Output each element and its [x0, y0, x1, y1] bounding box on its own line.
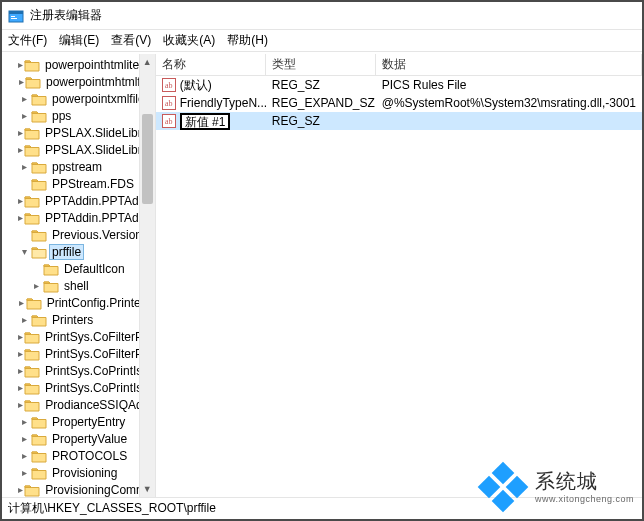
svg-rect-3: [11, 18, 17, 19]
tree-item[interactable]: ▸ powerpointmhtmlfile: [4, 73, 155, 90]
tree-item[interactable]: · DefaultIcon: [4, 260, 155, 277]
svg-text:ab: ab: [165, 117, 173, 126]
tree-item[interactable]: ▸ PropertyValue: [4, 430, 155, 447]
svg-rect-1: [9, 11, 23, 14]
tree-item[interactable]: · Previous.Versions: [4, 226, 155, 243]
scroll-down-button[interactable]: ▼: [140, 481, 155, 497]
expand-toggle[interactable]: ▸: [18, 314, 30, 325]
expand-toggle[interactable]: ▸: [18, 59, 23, 70]
value-name: FriendlyTypeN...: [180, 96, 266, 110]
column-type[interactable]: 类型: [266, 54, 376, 75]
content-area: ▸ powerpointhtmlitem∧▸ powerpointmhtmlfi…: [2, 54, 642, 497]
expand-toggle[interactable]: ▸: [18, 433, 30, 444]
menu-edit[interactable]: 编辑(E): [59, 32, 99, 49]
expand-toggle[interactable]: ▸: [18, 450, 30, 461]
tree-item-label: powerpointxmlfile: [50, 92, 147, 106]
tree-item[interactable]: ▸ PPSLAX.SlideLibrary: [4, 124, 155, 141]
app-icon: [8, 8, 24, 24]
scroll-thumb[interactable]: [142, 114, 153, 204]
value-type: REG_SZ: [266, 112, 376, 130]
column-data[interactable]: 数据: [376, 54, 642, 75]
expand-toggle[interactable]: ▸: [18, 161, 30, 172]
expand-toggle[interactable]: ▸: [18, 467, 30, 478]
expand-toggle[interactable]: ▸: [30, 280, 42, 291]
expand-toggle[interactable]: ▾: [18, 246, 30, 257]
expand-toggle[interactable]: ▸: [18, 127, 23, 138]
expand-toggle[interactable]: ▸: [18, 365, 23, 376]
expand-toggle[interactable]: ·: [30, 263, 42, 274]
tree-item-label: Previous.Versions: [50, 228, 150, 242]
tree-item[interactable]: ▸ PPSLAX.SlideLibrary: [4, 141, 155, 158]
value-type: REG_EXPAND_SZ: [266, 94, 376, 112]
value-row[interactable]: ab 新值 #1REG_SZ: [156, 112, 642, 130]
list-header: 名称 类型 数据: [156, 54, 642, 76]
expand-toggle[interactable]: ▸: [18, 416, 30, 427]
expand-toggle[interactable]: ▸: [18, 348, 23, 359]
tree-item[interactable]: · PPStream.FDS: [4, 175, 155, 192]
tree-item[interactable]: ▸ PPTAddin.PPTAddin: [4, 192, 155, 209]
value-data: PICS Rules File: [376, 76, 642, 94]
tree-item[interactable]: ▸ ppstream: [4, 158, 155, 175]
tree-item-label: DefaultIcon: [62, 262, 127, 276]
value-data: @%SystemRoot%\System32\msrating.dll,-300…: [376, 94, 642, 112]
tree-item[interactable]: ▸ shell: [4, 277, 155, 294]
menu-help[interactable]: 帮助(H): [227, 32, 268, 49]
tree-item[interactable]: ▸ PrintSys.CoPrintIsola: [4, 379, 155, 396]
tree-item-label: Provisioning: [50, 466, 119, 480]
expand-toggle[interactable]: ▸: [18, 331, 23, 342]
expand-toggle[interactable]: ▸: [18, 399, 23, 410]
status-path: 计算机\HKEY_CLASSES_ROOT\prffile: [8, 500, 216, 517]
tree-item[interactable]: ▸ Provisioning: [4, 464, 155, 481]
tree-item-label: PPStream.FDS: [50, 177, 136, 191]
tree-item-label: ppstream: [50, 160, 104, 174]
value-row[interactable]: ab (默认)REG_SZPICS Rules File: [156, 76, 642, 94]
expand-toggle[interactable]: ▸: [18, 484, 23, 495]
tree-item-label: Printers: [50, 313, 95, 327]
value-list[interactable]: ab (默认)REG_SZPICS Rules File ab Friendly…: [156, 76, 642, 130]
tree-item[interactable]: ▸ ProvisioningComma: [4, 481, 155, 497]
svg-text:ab: ab: [165, 99, 173, 108]
tree-item[interactable]: ▸ PropertyEntry: [4, 413, 155, 430]
tree-item[interactable]: ▾ prffile: [4, 243, 155, 260]
titlebar[interactable]: 注册表编辑器: [2, 2, 642, 30]
expand-toggle[interactable]: ·: [18, 229, 30, 240]
tree-item-label: prffile: [50, 245, 83, 259]
tree-item[interactable]: ▸ PROTOCOLS: [4, 447, 155, 464]
value-name: (默认): [180, 77, 212, 94]
tree-item[interactable]: ▸ PrintSys.CoFilterPipe: [4, 328, 155, 345]
tree-item[interactable]: ▸ PrintSys.CoPrintIsola: [4, 362, 155, 379]
scroll-up-button[interactable]: ▲: [140, 54, 155, 70]
tree-item[interactable]: ▸ Printers: [4, 311, 155, 328]
svg-rect-2: [11, 16, 15, 17]
menu-file[interactable]: 文件(F): [8, 32, 47, 49]
expand-toggle[interactable]: ▸: [18, 212, 23, 223]
value-row[interactable]: ab FriendlyTypeN...REG_EXPAND_SZ@%System…: [156, 94, 642, 112]
tree-scrollbar[interactable]: ▲ ▼: [139, 54, 155, 497]
menu-view[interactable]: 查看(V): [111, 32, 151, 49]
tree-item[interactable]: ▸ powerpointhtmlitem∧: [4, 56, 155, 73]
svg-text:ab: ab: [165, 81, 173, 90]
value-type: REG_SZ: [266, 76, 376, 94]
column-name[interactable]: 名称: [156, 54, 266, 75]
expand-toggle[interactable]: ▸: [18, 93, 30, 104]
regedit-window: 注册表编辑器 文件(F) 编辑(E) 查看(V) 收藏夹(A) 帮助(H) ▸ …: [0, 0, 644, 521]
expand-toggle[interactable]: ▸: [18, 144, 23, 155]
menu-favorites[interactable]: 收藏夹(A): [163, 32, 215, 49]
expand-toggle[interactable]: ▸: [18, 76, 24, 87]
tree-item-label: shell: [62, 279, 91, 293]
tree-item[interactable]: ▸ PrintSys.CoFilterPipe: [4, 345, 155, 362]
tree-item[interactable]: ▸ pps: [4, 107, 155, 124]
expand-toggle[interactable]: ▸: [18, 382, 23, 393]
expand-toggle[interactable]: ·: [18, 178, 30, 189]
statusbar: 计算机\HKEY_CLASSES_ROOT\prffile: [2, 497, 642, 519]
tree-item[interactable]: ▸ PrintConfig.PrinterE: [4, 294, 155, 311]
tree-item[interactable]: ▸ powerpointxmlfile: [4, 90, 155, 107]
tree-item[interactable]: ▸ ProdianceSSIQAddI: [4, 396, 155, 413]
tree-item[interactable]: ▸ PPTAddin.PPTAddin: [4, 209, 155, 226]
value-name-edit[interactable]: 新值 #1: [180, 113, 231, 130]
registry-tree[interactable]: ▸ powerpointhtmlitem∧▸ powerpointmhtmlfi…: [2, 54, 155, 497]
expand-toggle[interactable]: ▸: [18, 110, 30, 121]
expand-toggle[interactable]: ▸: [18, 297, 25, 308]
tree-item-label: PROTOCOLS: [50, 449, 129, 463]
expand-toggle[interactable]: ▸: [18, 195, 23, 206]
